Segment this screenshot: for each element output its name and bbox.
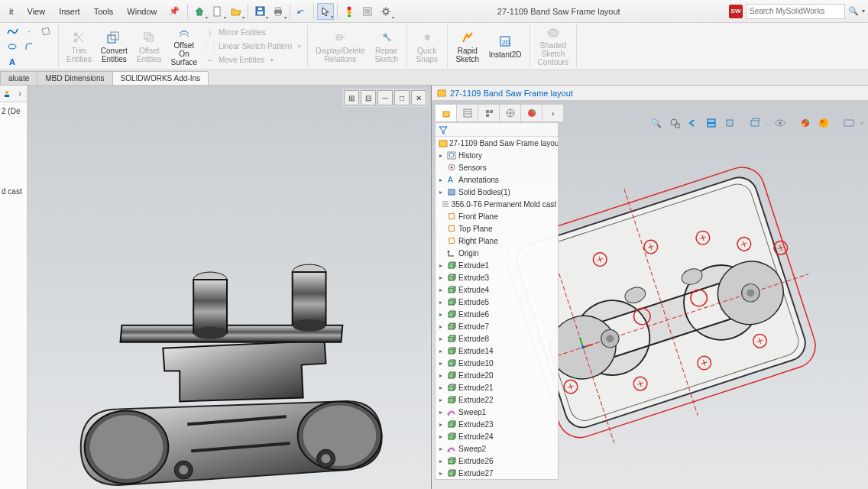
expander-icon[interactable]: ▸ — [437, 274, 445, 281]
select-button[interactable] — [317, 3, 334, 20]
tab-solidworks-addins[interactable]: SOLIDWORKS Add-Ins — [112, 71, 209, 85]
display-style-icon[interactable] — [748, 116, 762, 130]
tree-filter[interactable] — [436, 123, 558, 137]
section-view-icon[interactable] — [704, 116, 718, 130]
plane-tool[interactable] — [38, 24, 53, 38]
tree-node[interactable]: ▸Extrude27 — [436, 467, 558, 479]
zoom-fit-icon[interactable]: 🔍 — [649, 116, 663, 130]
expand-tree-icon[interactable]: › — [542, 105, 564, 121]
move-entities-button[interactable]: ↔Move Entities▾ — [205, 54, 301, 66]
offset-on-surface-button[interactable]: Offset On Surface — [167, 25, 202, 68]
tree-item-partial[interactable]: d cast — [2, 186, 25, 197]
point-tool[interactable]: · — [21, 24, 37, 38]
configuration-manager-tab[interactable] — [478, 105, 500, 121]
tree-node[interactable]: ▸Extrude3 — [436, 271, 558, 283]
expander-icon[interactable]: ▸ — [437, 421, 445, 428]
search-dropdown-icon[interactable]: ▾ — [862, 8, 865, 15]
tree-node[interactable]: ▸Extrude22 — [436, 393, 558, 406]
tree-node[interactable]: ▸Extrude23 — [436, 418, 558, 430]
tree-node[interactable]: ▸Extrude21 — [436, 381, 558, 393]
mirror-entities-button[interactable]: ⟊Mirror Entities — [205, 27, 301, 39]
undo-button[interactable] — [293, 3, 310, 20]
dimxpert-manager-tab[interactable] — [500, 105, 521, 121]
tree-node[interactable]: ▸Sweep1 — [436, 406, 558, 418]
prev-view-icon[interactable] — [686, 116, 700, 130]
tree-node[interactable]: Front Plane — [436, 210, 558, 222]
tree-node[interactable]: Sensors — [436, 161, 558, 173]
tree-node[interactable]: ▸History — [436, 149, 558, 161]
new-button[interactable] — [209, 3, 226, 20]
tree-node[interactable]: ▸Extrude14 — [436, 345, 558, 357]
tree-node[interactable]: ▸Extrude5 — [436, 296, 558, 308]
tree-node[interactable]: ▸Extrude24 — [436, 430, 558, 442]
expander-icon[interactable]: ▸ — [437, 323, 445, 330]
menu-insert[interactable]: Insert — [53, 4, 86, 19]
expander-icon[interactable]: ▸ — [437, 372, 445, 379]
expander-icon[interactable]: ▸ — [437, 384, 445, 391]
display-manager-tab[interactable] — [521, 105, 542, 121]
tree-node[interactable]: Top Plane — [436, 222, 558, 235]
tree-node[interactable]: ▸Solid Bodies(1) — [436, 186, 558, 198]
menu-tools[interactable]: Tools — [88, 4, 120, 19]
spline-tool[interactable] — [5, 24, 20, 38]
tree-node[interactable]: ▸Extrude10 — [436, 357, 558, 369]
property-manager-tab[interactable] — [457, 105, 478, 121]
home-button[interactable] — [191, 3, 208, 20]
expander-icon[interactable]: ▸ — [437, 470, 445, 477]
tree-node[interactable]: ▸Extrude8 — [436, 332, 558, 345]
expander-icon[interactable]: ▸ — [437, 360, 445, 367]
tree-node[interactable]: Origin — [436, 247, 558, 259]
text-tool[interactable]: A — [5, 55, 20, 69]
tab-mbd-dimensions[interactable]: MBD Dimensions — [37, 71, 112, 85]
repair-sketch-button[interactable]: 🔧Repair Sketch — [370, 25, 403, 68]
tree-node[interactable]: ▸Extrude1 — [436, 259, 558, 271]
expander-icon[interactable]: ▸ — [437, 299, 445, 306]
right-graphics-area[interactable]: 🔍 · · · · ▾ — [432, 101, 868, 489]
rebuild-button[interactable] — [341, 3, 358, 20]
edit-appearance-icon[interactable] — [798, 116, 812, 130]
trim-entities-button[interactable]: Trim Entities — [62, 25, 96, 68]
tree-root[interactable]: 27-1109 Band Saw Frame layout (D — [436, 137, 558, 149]
tree-node[interactable]: Right Plane — [436, 235, 558, 247]
quick-snaps-button[interactable]: ⊕Quick Snaps — [410, 25, 444, 68]
menu-edit[interactable]: it — [3, 4, 20, 19]
search-input[interactable] — [746, 4, 845, 19]
expander-icon[interactable]: ▸ — [437, 409, 445, 416]
options-button[interactable] — [359, 3, 376, 20]
settings-button[interactable] — [377, 3, 394, 20]
fillet-tool[interactable] — [21, 40, 37, 53]
expander-icon[interactable]: ▸ — [437, 152, 445, 159]
left-graphics-area[interactable]: ⊞ ⊟ ─ □ ✕ — [28, 86, 431, 489]
tree-root-partial[interactable]: 2 (De — [2, 105, 25, 117]
feature-manager-tab[interactable] — [436, 105, 457, 121]
tree-node[interactable]: ▸Extrude6 — [436, 308, 558, 320]
expander-icon[interactable]: ▸ — [437, 176, 445, 183]
linear-pattern-button[interactable]: ⋮⋮Linear Sketch Pattern▾ — [205, 40, 301, 53]
tab-evaluate[interactable]: aluate — [0, 71, 37, 85]
save-button[interactable] — [251, 3, 268, 20]
apply-scene-icon[interactable] — [817, 116, 831, 130]
expander-icon[interactable]: ▸ — [437, 433, 445, 440]
expander-icon[interactable]: ▸ — [437, 445, 445, 452]
tree-node[interactable]: ▸AAnnotations — [436, 173, 558, 186]
search-icon[interactable]: 🔍 — [848, 6, 859, 16]
display-delete-relations-button[interactable]: Display/Delete Relations — [311, 25, 369, 68]
tree-node[interactable]: ▸Extrude7 — [436, 320, 558, 332]
open-button[interactable] — [228, 3, 245, 20]
print-button[interactable] — [270, 3, 287, 20]
tree-node[interactable]: ▸Extrude26 — [436, 455, 558, 467]
zoom-area-icon[interactable] — [668, 116, 682, 130]
expander-icon[interactable]: ▸ — [437, 397, 445, 403]
expander-icon[interactable]: ▸ — [437, 189, 445, 196]
expander-icon[interactable]: ▸ — [437, 287, 445, 293]
tree-node[interactable]: ▸Extrude4 — [436, 283, 558, 296]
feature-tree-tab[interactable] — [0, 86, 14, 102]
expander-icon[interactable]: ▸ — [437, 262, 445, 269]
menu-view[interactable]: View — [21, 4, 52, 19]
expander-icon[interactable]: ▸ — [437, 458, 445, 465]
rapid-sketch-button[interactable]: Rapid Sketch — [451, 25, 484, 68]
view-settings-icon[interactable] — [842, 116, 856, 130]
shaded-contours-button[interactable]: Shaded Sketch Contours — [533, 25, 574, 68]
tree-node[interactable]: 356.0-T6 Permanent Mold cast — [436, 198, 558, 210]
hide-show-icon[interactable] — [773, 116, 787, 130]
